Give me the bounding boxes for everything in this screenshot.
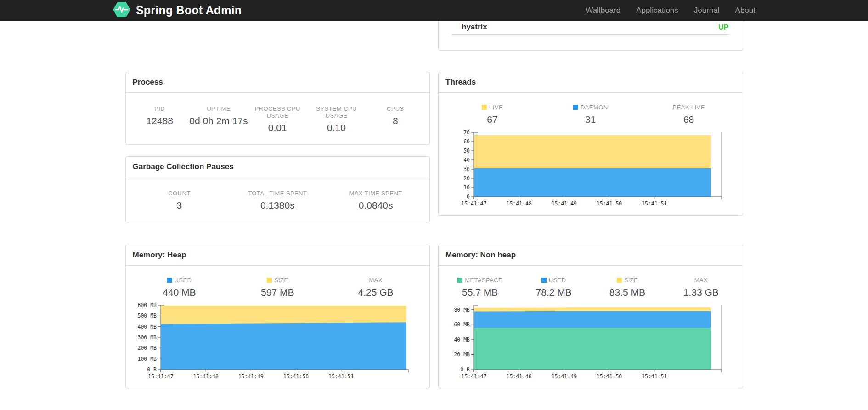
process-panel: Process PID12488UPTIME0d 0h 2m 17sPROCES… — [125, 72, 430, 145]
svg-text:20: 20 — [463, 175, 470, 182]
legend-swatch-size — [267, 278, 272, 283]
status-badge: UP — [718, 23, 728, 32]
nav-link-about[interactable]: About — [727, 6, 755, 15]
svg-text:60: 60 — [463, 138, 470, 145]
metric-uptime: UPTIME0d 0h 2m 17s — [189, 105, 248, 133]
memory-heap-chart: 0 B100 MB200 MB300 MB400 MB500 MB600 MB1… — [135, 302, 420, 382]
brand-title: Spring Boot Admin — [136, 4, 242, 17]
memory-nonheap-legend: METASPACE55.7 MBUSED78.2 MBSIZE83.5 MBMA… — [439, 266, 743, 302]
svg-text:15:41:47: 15:41:47 — [148, 373, 174, 380]
svg-text:15:41:49: 15:41:49 — [551, 373, 576, 380]
svg-text:15:41:48: 15:41:48 — [506, 373, 531, 380]
metric-system-cpu-usage: SYSTEM CPU USAGE0.10 — [307, 105, 366, 133]
threads-panel: Threads LIVE67DAEMON31PEAK LIVE68 010203… — [438, 72, 743, 216]
metric-value: 83.5 MB — [591, 287, 664, 298]
svg-text:15:41:50: 15:41:50 — [597, 373, 622, 380]
metric-value: 31 — [541, 114, 640, 125]
svg-text:100 MB: 100 MB — [138, 356, 157, 362]
metric-value: 68 — [640, 114, 738, 125]
svg-text:15:41:51: 15:41:51 — [642, 200, 667, 207]
svg-text:300 MB: 300 MB — [138, 334, 157, 341]
brand-link[interactable]: Spring Boot Admin — [113, 1, 242, 20]
svg-text:70: 70 — [463, 130, 470, 136]
metric-live: LIVE67 — [443, 104, 541, 125]
metric-value: 67 — [443, 114, 541, 125]
gc-panel-title: Garbage Collection Pauses — [126, 157, 430, 177]
application-name[interactable]: hystrix — [462, 23, 487, 32]
svg-text:0 B: 0 B — [147, 366, 157, 373]
metric-size: SIZE83.5 MB — [591, 277, 664, 298]
memory-heap-panel: Memory: Heap USED440 MBSIZE597 MBMAX4.25… — [125, 245, 430, 388]
svg-text:15:41:50: 15:41:50 — [597, 200, 622, 207]
svg-text:200 MB: 200 MB — [138, 345, 157, 351]
metric-label: MAX — [664, 277, 738, 284]
legend-swatch-live — [482, 105, 487, 110]
threads-panel-title: Threads — [439, 72, 743, 93]
metric-count: COUNT3 — [130, 190, 229, 211]
svg-text:15:41:49: 15:41:49 — [551, 200, 576, 207]
svg-text:0 B: 0 B — [460, 366, 470, 373]
legend-swatch-used — [541, 278, 547, 283]
metric-label: MAX TIME SPENT — [327, 190, 425, 197]
metric-metaspace: METASPACE55.7 MB — [443, 277, 517, 298]
svg-text:10: 10 — [463, 184, 470, 191]
legend-swatch-used — [167, 278, 172, 283]
svg-text:40: 40 — [463, 157, 470, 163]
metric-value: 55.7 MB — [443, 287, 517, 298]
metric-peak-live: PEAK LIVE68 — [640, 104, 738, 125]
metric-label: COUNT — [130, 190, 229, 197]
metric-pid: PID12488 — [130, 105, 189, 133]
metric-label: USED — [517, 277, 590, 284]
metric-label: METASPACE — [443, 277, 517, 284]
metric-used: USED78.2 MB — [517, 277, 590, 298]
metric-value: 440 MB — [130, 287, 229, 298]
memory-heap-panel-title: Memory: Heap — [126, 245, 430, 266]
metric-daemon: DAEMON31 — [541, 104, 640, 125]
metric-max: MAX1.33 GB — [664, 277, 738, 298]
memory-nonheap-chart: 0 B20 MB40 MB60 MB80 MB15:41:4715:41:481… — [448, 302, 733, 382]
svg-text:15:41:47: 15:41:47 — [461, 200, 486, 207]
legend-swatch-metaspace — [457, 278, 462, 283]
svg-text:15:41:50: 15:41:50 — [283, 373, 309, 380]
nav-link-applications[interactable]: Applications — [628, 6, 686, 15]
metric-value: 0d 0h 2m 17s — [189, 115, 248, 126]
svg-text:20 MB: 20 MB — [454, 351, 470, 358]
metric-max: MAX4.25 GB — [327, 277, 425, 298]
metric-label: TOTAL TIME SPENT — [228, 190, 327, 197]
svg-text:500 MB: 500 MB — [138, 313, 157, 319]
nav-link-wallboard[interactable]: Wallboard — [578, 6, 628, 15]
metric-label: SYSTEM CPU USAGE — [307, 105, 366, 119]
metric-label: CPUS — [366, 105, 425, 112]
threads-legend: LIVE67DAEMON31PEAK LIVE68 — [439, 93, 743, 129]
metric-label: USED — [130, 277, 229, 284]
metric-label: LIVE — [443, 104, 541, 111]
metric-label: PEAK LIVE — [640, 104, 738, 111]
memory-nonheap-panel-title: Memory: Non heap — [439, 245, 743, 266]
legend-swatch-daemon — [573, 105, 578, 110]
svg-text:50: 50 — [463, 148, 470, 154]
metric-value: 0.1380s — [228, 200, 327, 211]
metric-value: 0.01 — [248, 122, 307, 133]
nav-links: WallboardApplicationsJournalAbout — [578, 6, 755, 15]
metric-value: 4.25 GB — [327, 287, 425, 298]
application-status-panel-body — [439, 35, 743, 50]
metric-value: 8 — [366, 115, 425, 126]
svg-text:15:41:47: 15:41:47 — [461, 373, 486, 380]
metric-label: MAX — [327, 277, 425, 284]
metric-cpus: CPUS8 — [366, 105, 425, 133]
metric-value: 597 MB — [228, 287, 327, 298]
nav-link-journal[interactable]: Journal — [686, 6, 727, 15]
svg-text:400 MB: 400 MB — [138, 324, 157, 330]
metric-value: 1.33 GB — [664, 287, 738, 298]
metric-label: SIZE — [228, 277, 327, 284]
svg-text:15:41:48: 15:41:48 — [506, 200, 531, 207]
metric-label: UPTIME — [189, 105, 248, 112]
svg-text:600 MB: 600 MB — [138, 302, 157, 308]
metric-label: DAEMON — [541, 104, 640, 111]
navbar: Spring Boot Admin WallboardApplicationsJ… — [0, 0, 868, 21]
svg-text:80 MB: 80 MB — [454, 307, 470, 313]
process-panel-title: Process — [126, 72, 430, 93]
svg-text:15:41:49: 15:41:49 — [238, 373, 264, 380]
metric-size: SIZE597 MB — [228, 277, 327, 298]
metric-max-time-spent: MAX TIME SPENT0.0840s — [327, 190, 425, 211]
